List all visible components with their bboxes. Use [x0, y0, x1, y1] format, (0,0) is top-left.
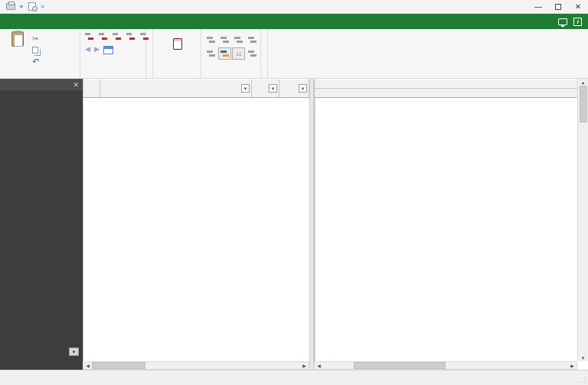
- gantt-scrollbar-thumb[interactable]: [354, 362, 446, 369]
- print-dropdown-caret[interactable]: ▾: [20, 4, 23, 10]
- gantt-option-8-button[interactable]: [246, 47, 259, 60]
- outdent-task-icon[interactable]: [85, 33, 95, 40]
- low-duration-header: ▼: [279, 80, 309, 97]
- gantt-current-view-button[interactable]: [218, 47, 231, 60]
- maximize-icon: [555, 4, 561, 10]
- scissors-icon: ✂: [32, 34, 38, 43]
- next-arrow-button[interactable]: ▶: [94, 46, 100, 54]
- qat-customize-caret[interactable]: ≡: [41, 4, 44, 9]
- row-number-header: [83, 80, 100, 97]
- ribbon-group-analysis-views: [146, 29, 153, 78]
- gantt-scroll-left-button[interactable]: ◀: [315, 362, 323, 369]
- gantt-horizontal-scrollbar[interactable]: ◀ ▶: [314, 361, 577, 370]
- table-scrollbar-thumb[interactable]: [92, 362, 145, 369]
- ribbon-group-task-simulation: [261, 29, 268, 78]
- minimize-button[interactable]: —: [528, 0, 548, 13]
- ribbon-group-schedule: ◀ ▶: [80, 29, 146, 78]
- table-header: ▼ ▼ ▼: [83, 80, 309, 98]
- gantt-vscrollbar-thumb[interactable]: [580, 86, 587, 122]
- menu-bar: i: [0, 14, 588, 29]
- gantt-blue-icon: [220, 50, 230, 57]
- gantt-bars-icon: [220, 36, 230, 44]
- workflow-sidebar: ✕ ▼: [0, 79, 83, 370]
- gantt-option-2-button[interactable]: [218, 34, 231, 46]
- indent-task-icon[interactable]: [99, 33, 109, 40]
- info-icon[interactable]: i: [573, 18, 582, 26]
- calendar-icon[interactable]: [103, 46, 113, 54]
- printer-icon: [6, 3, 15, 10]
- ribbon-group-gantt-chart: ↓↓: [201, 29, 261, 78]
- resize-grip[interactable]: [579, 376, 586, 383]
- red-down-arrows-icon: ↓↓: [236, 50, 241, 57]
- ribbon: ✂ ↶ ◀ ▶: [0, 29, 588, 79]
- gantt-bars-icon: [234, 36, 243, 44]
- window-controls: — ✕: [528, 0, 588, 13]
- gantt-pane: [314, 79, 588, 370]
- gantt-option-5-button[interactable]: [204, 47, 217, 60]
- low-duration-filter-button[interactable]: ▼: [299, 84, 307, 93]
- prev-arrow-button[interactable]: ◀: [85, 46, 90, 54]
- task-table: ▼ ▼ ▼: [83, 79, 309, 370]
- copy-icon: [32, 47, 38, 54]
- gantt-chart-body: [315, 98, 578, 361]
- status-bar: [0, 370, 588, 385]
- task-name-filter-button[interactable]: ▼: [241, 84, 250, 93]
- success-filter-button[interactable]: ▼: [269, 84, 277, 93]
- screen-icon[interactable]: [558, 18, 567, 25]
- undo-button[interactable]: ↶: [32, 57, 42, 67]
- gantt-bars-icon: [207, 50, 216, 57]
- print-preview-button[interactable]: [26, 2, 38, 11]
- gantt-scroll-right-button[interactable]: ▶: [568, 362, 577, 369]
- title-bar: ▾ ≡ — ✕: [0, 0, 588, 14]
- print-preview-icon: [28, 2, 36, 11]
- gantt-option-1-button[interactable]: [204, 34, 217, 46]
- gantt-bars-icon: [248, 36, 257, 44]
- ribbon-group-clipboard: ✂ ↶: [0, 29, 80, 78]
- undo-icon: ↶: [32, 57, 39, 67]
- clipboard-icon: [11, 31, 24, 47]
- calculate-button[interactable]: [156, 31, 198, 68]
- maximize-button[interactable]: [548, 0, 568, 13]
- gantt-scroll-up-button[interactable]: ▲: [579, 79, 588, 86]
- nonworking-time-shade: [315, 98, 315, 361]
- table-scroll-right-button[interactable]: ▶: [300, 362, 309, 369]
- sidebar-expand-button[interactable]: ▼: [69, 347, 79, 356]
- gantt-vertical-scrollbar[interactable]: ▲ ▼: [577, 79, 588, 361]
- calculate-icon: [167, 34, 187, 54]
- close-button[interactable]: ✕: [568, 0, 588, 13]
- success-header: ▼: [252, 80, 279, 97]
- task-name-header: ▼: [100, 80, 252, 97]
- paste-button[interactable]: [3, 31, 32, 68]
- table-horizontal-scrollbar[interactable]: ◀ ▶: [83, 361, 309, 370]
- gantt-high-button[interactable]: [246, 34, 259, 46]
- timeline-days: [315, 89, 578, 98]
- link-tasks-icon[interactable]: [113, 33, 122, 40]
- unlink-tasks-icon[interactable]: [126, 33, 136, 40]
- print-button[interactable]: [5, 2, 17, 11]
- workflow-close-icon[interactable]: ✕: [73, 81, 79, 89]
- cut-button[interactable]: ✂: [32, 34, 42, 44]
- gantt-bars-icon: [248, 50, 257, 57]
- timeline-months: [315, 80, 578, 89]
- gantt-scroll-down-button[interactable]: ▼: [579, 354, 588, 361]
- gantt-bars-icon: [207, 36, 216, 44]
- copy-button[interactable]: [32, 45, 42, 55]
- quick-access-toolbar: ▾ ≡: [0, 0, 49, 13]
- ribbon-group-calculate: [153, 29, 201, 78]
- gantt-low-button[interactable]: [232, 34, 245, 46]
- gantt-arrows-button[interactable]: ↓↓: [232, 47, 245, 60]
- menu-right-icons: i: [552, 14, 588, 29]
- workflow-header: ✕: [0, 79, 83, 90]
- table-scroll-left-button[interactable]: ◀: [83, 362, 92, 369]
